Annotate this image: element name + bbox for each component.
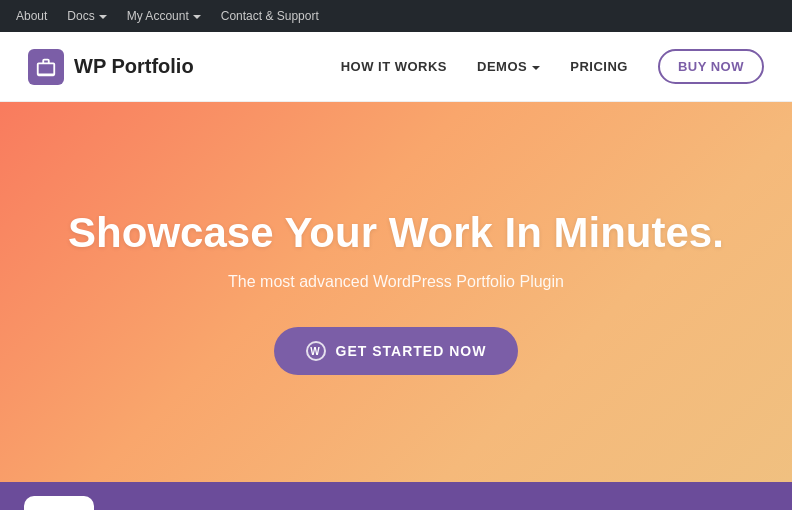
- buy-now-button[interactable]: BUY NOW: [658, 49, 764, 84]
- wordpress-icon: W: [306, 341, 326, 361]
- hero-section: Showcase Your Work In Minutes. The most …: [0, 102, 792, 482]
- nav-pricing[interactable]: PRICING: [570, 59, 628, 74]
- admin-bar-my-account[interactable]: My Account: [127, 9, 201, 23]
- plugin-name: WP Portfolio: [114, 505, 623, 510]
- get-started-button[interactable]: W GET STARTED NOW: [274, 327, 519, 375]
- hero-subtitle: The most advanced WordPress Portfolio Pl…: [228, 273, 564, 291]
- nav-demos[interactable]: DEMOS: [477, 59, 540, 74]
- logo-icon: [28, 49, 64, 85]
- briefcase-icon: [35, 56, 57, 78]
- admin-bar-about[interactable]: About: [16, 9, 47, 23]
- admin-bar: About Docs My Account Contact & Support: [0, 0, 792, 32]
- plugin-info-bar: WP Portfolio Showcase Your Work In Minut…: [0, 482, 792, 510]
- admin-bar-contact[interactable]: Contact & Support: [221, 9, 319, 23]
- admin-bar-docs[interactable]: Docs: [67, 9, 106, 23]
- plugin-icon-box: [24, 496, 94, 510]
- main-nav: WP Portfolio HOW IT WORKS DEMOS PRICING …: [0, 32, 792, 102]
- nav-links: HOW IT WORKS DEMOS PRICING BUY NOW: [341, 49, 764, 84]
- logo[interactable]: WP Portfolio: [28, 49, 194, 85]
- hero-title: Showcase Your Work In Minutes.: [68, 209, 724, 257]
- logo-text: WP Portfolio: [74, 55, 194, 78]
- demos-chevron-icon: [532, 66, 540, 70]
- nav-how-it-works[interactable]: HOW IT WORKS: [341, 59, 447, 74]
- plugin-text: WP Portfolio Showcase Your Work In Minut…: [114, 505, 623, 510]
- my-account-chevron-icon: [193, 15, 201, 19]
- docs-chevron-icon: [99, 15, 107, 19]
